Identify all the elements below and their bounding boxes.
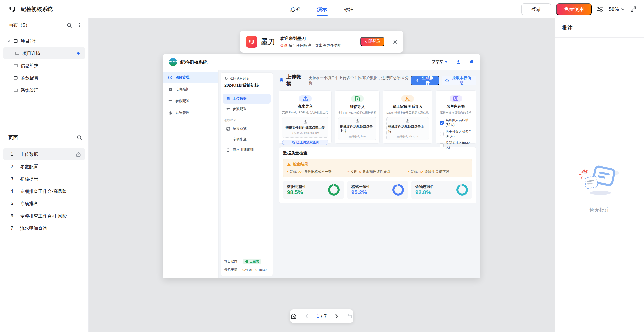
- card-title: 征信导入: [350, 104, 365, 109]
- tree-item-info-maintain[interactable]: 信息维护: [3, 59, 85, 72]
- back-to-projects[interactable]: 返回项目列表: [221, 73, 273, 82]
- page-label: 参数配置: [20, 164, 38, 170]
- tree-item-param-config[interactable]: 参数配置: [3, 72, 85, 84]
- tree-item-label: 系统管理: [21, 87, 39, 93]
- menu-item-upload-data[interactable]: 上传数据: [223, 94, 271, 104]
- home-icon: [76, 152, 81, 157]
- page-item-workbench-mid[interactable]: 6 专项排查工作台-中风险: [3, 210, 85, 222]
- card-list-select: 名单库选择 选择中介库管理内的名单 高风险人员名单(68人) 历史可疑人员名单(…: [436, 90, 476, 144]
- topbar-actions: 登录 免费使用 58%: [521, 3, 644, 15]
- page-number: 4: [11, 189, 20, 194]
- section-label-results: 初核结果: [221, 115, 273, 124]
- checkbox-regulator-watch[interactable]: 监管关注名单(32人): [440, 141, 472, 150]
- page-item-flow-detail[interactable]: 7 流水明细查询: [3, 222, 85, 234]
- tab-annotate[interactable]: 标注: [344, 6, 354, 13]
- metric-balance: 余额连续性92.8%: [411, 181, 472, 199]
- uploaded-flow-query-button[interactable]: 已上传流水查询: [282, 140, 328, 145]
- chevron-left-icon[interactable]: [304, 313, 310, 319]
- card-desc: Excel 模板上传员工家庭关系信息: [386, 111, 429, 115]
- kebab-menu-icon[interactable]: [77, 22, 82, 28]
- content-title: 上传数据: [286, 74, 306, 87]
- bell-icon[interactable]: [469, 60, 474, 65]
- chevron-down-icon[interactable]: [7, 39, 11, 43]
- zoom-control[interactable]: 58%: [609, 6, 625, 12]
- tree-item-sys-mgmt[interactable]: 系统管理: [3, 84, 85, 96]
- card-desc: 支持 Excel、PDF 格式文件批量上传: [282, 111, 328, 114]
- status-label: 项目状态：: [224, 259, 241, 264]
- app-brand: 纪检初核系统: [0, 5, 53, 13]
- checkbox-icon: [440, 121, 444, 124]
- page-item-upload-data[interactable]: 1 上传数据: [3, 148, 85, 160]
- pages-header: 页面: [0, 130, 88, 145]
- user-icon[interactable]: [456, 60, 461, 65]
- annotation-panel: 批注 暂无批注: [555, 18, 644, 332]
- project-name: 2024Q1信贷部初核: [221, 82, 273, 91]
- menu-item-flow-detail[interactable]: 流水明细查询: [223, 145, 271, 155]
- search-icon[interactable]: [67, 22, 72, 28]
- system-logo-icon: [169, 58, 177, 66]
- banner-subtitle: 登录后可使用标注、导出等更多功能: [280, 43, 341, 48]
- modao-logo-icon: [8, 5, 17, 13]
- login-link[interactable]: 登录: [280, 43, 288, 47]
- mock-header: 纪检初核系统 某某某: [163, 54, 480, 70]
- dropzone[interactable]: 拖拽文件到此处或点击上传 支持格式: xlsx, xls: [386, 117, 429, 140]
- nav-item-param-config[interactable]: 参数配置: [163, 95, 218, 107]
- donut-ring: [456, 184, 468, 196]
- tab-present[interactable]: 演示: [317, 6, 327, 13]
- close-icon[interactable]: [393, 39, 397, 44]
- fullscreen-icon[interactable]: [630, 6, 637, 13]
- frame-icon: [13, 39, 18, 43]
- page-item-param-config[interactable]: 2 参数配置: [3, 160, 85, 173]
- database-icon: [279, 78, 284, 83]
- nav-item-sys-mgmt[interactable]: 系统管理: [163, 107, 218, 119]
- brand-wordmark: 墨刀: [261, 37, 275, 46]
- menu-item-special-check[interactable]: 专项排查: [223, 134, 271, 144]
- login-button[interactable]: 登录: [521, 3, 551, 15]
- finding-item: •发现5条余额连续性异常: [347, 170, 408, 174]
- banner-title: 欢迎来到墨刀: [280, 36, 341, 42]
- chevron-down-icon: [621, 7, 625, 11]
- tab-overview[interactable]: 总览: [290, 6, 300, 13]
- annotation-title: 批注: [555, 18, 644, 38]
- page-number: 2: [11, 164, 20, 169]
- page-number: 7: [11, 226, 20, 231]
- menu-item-param-config[interactable]: 参数配置: [223, 104, 271, 114]
- checkbox-history-suspect[interactable]: 历史可疑人员名单(45人): [440, 129, 472, 138]
- checkbox-high-risk[interactable]: 高风险人员名单(68人): [440, 118, 472, 127]
- tree-item-label: 项目管理: [21, 38, 39, 44]
- tree-item-label: 信息维护: [21, 63, 39, 69]
- page-number: 5: [11, 201, 20, 206]
- empty-state-illustration: [578, 163, 622, 198]
- user-dropdown[interactable]: 某某某: [432, 60, 448, 64]
- card-title: 名单库选择: [446, 104, 465, 109]
- nav-item-info-maintain[interactable]: 信息维护: [163, 84, 218, 95]
- pull-bank-info-button[interactable]: 拉取本行信息: [442, 76, 476, 85]
- caret-down-icon: [445, 61, 448, 63]
- signup-button[interactable]: 免费使用: [556, 3, 592, 15]
- quality-metrics: 数据完整性98.5% 格式一致性95.2% 余额连续性92.8%: [283, 181, 472, 199]
- undo-icon[interactable]: [346, 313, 353, 319]
- empty-state-text: 暂无批注: [589, 206, 610, 213]
- page-item-workbench-high[interactable]: 4 专项排查工作台-高风险: [3, 185, 85, 197]
- card-desc: 选择中介库管理内的名单: [440, 111, 472, 114]
- menu-item-result-overview[interactable]: 结果总览: [223, 124, 271, 134]
- nav-item-project-mgmt[interactable]: 项目管理: [163, 72, 218, 83]
- search-icon[interactable]: [77, 135, 82, 140]
- warning-icon: [287, 162, 291, 166]
- dropzone[interactable]: 拖拽文件到此处或点击上传 支持格式: xlsx, xls, pdf: [282, 117, 328, 138]
- login-now-button[interactable]: 立即登录: [360, 37, 384, 46]
- page-label: 专项排查工作台-高风险: [20, 188, 67, 194]
- generate-report-button[interactable]: 生成报告: [411, 76, 439, 85]
- quality-title: 数据质量检查: [283, 151, 472, 156]
- project-panel: 返回项目列表 2024Q1信贷部初核 上传数据 参数配置 初核结果: [221, 72, 273, 276]
- home-icon[interactable]: [290, 313, 297, 319]
- settings-sliders-icon[interactable]: [597, 6, 604, 13]
- tree-item-project-detail[interactable]: 项目详情: [3, 47, 85, 59]
- chevron-right-icon[interactable]: [333, 313, 340, 319]
- dropzone[interactable]: 拖拽文件到此处或点击上传 支持格式: html: [338, 117, 376, 140]
- upload-icon: [299, 95, 312, 102]
- tree-item-project-mgmt[interactable]: 项目管理: [3, 35, 85, 47]
- page-item-review-hint[interactable]: 3 初核提示: [3, 173, 85, 185]
- page-item-special-check[interactable]: 5 专项排查: [3, 197, 85, 210]
- current-canvas-dot: [77, 52, 80, 55]
